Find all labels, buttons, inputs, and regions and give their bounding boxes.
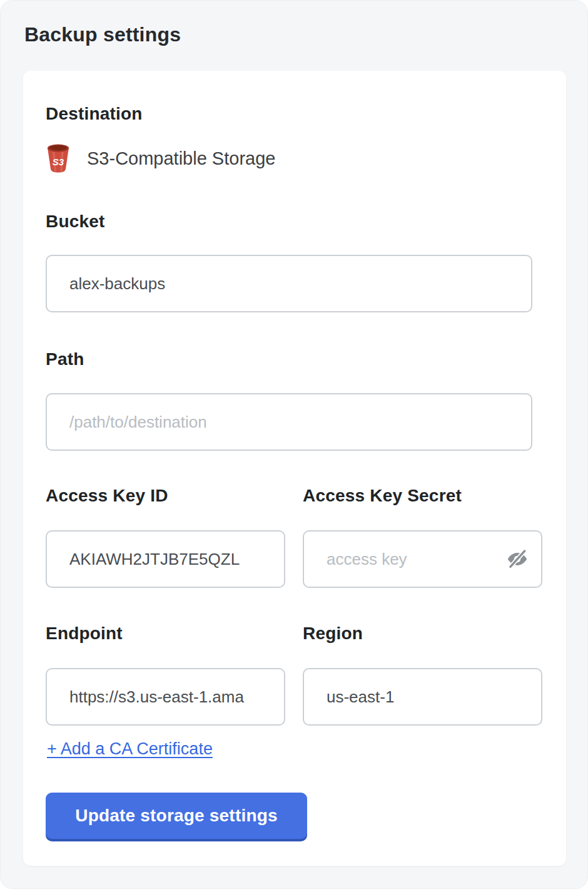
- endpoint-input[interactable]: [46, 668, 285, 726]
- path-label: Path: [46, 349, 84, 369]
- region-label: Region: [303, 624, 363, 644]
- eye-off-icon[interactable]: [506, 548, 529, 570]
- region-input[interactable]: [303, 668, 542, 726]
- access-key-secret-label: Access Key Secret: [303, 486, 462, 506]
- storage-settings-card: Destination S3 S3-Compatible Storage Buc…: [23, 71, 566, 866]
- bucket-label: Bucket: [46, 212, 105, 232]
- page-title: Backup settings: [24, 23, 181, 46]
- s3-bucket-icon: S3: [46, 143, 71, 173]
- access-key-id-input[interactable]: [46, 530, 285, 588]
- access-key-id-label: Access Key ID: [46, 486, 168, 506]
- backup-settings-panel: Backup settings Destination S3 S3-Compat…: [0, 0, 588, 889]
- destination-label: Destination: [46, 104, 143, 124]
- add-ca-certificate-link[interactable]: + Add a CA Certificate: [47, 739, 213, 759]
- destination-row: S3 S3-Compatible Storage: [46, 141, 275, 176]
- path-input[interactable]: [46, 393, 532, 451]
- svg-text:S3: S3: [53, 157, 64, 167]
- destination-value: S3-Compatible Storage: [87, 148, 275, 169]
- bucket-input[interactable]: [46, 255, 532, 312]
- update-storage-settings-button[interactable]: Update storage settings: [46, 793, 307, 839]
- access-key-secret-field: [303, 530, 542, 588]
- endpoint-label: Endpoint: [46, 624, 123, 644]
